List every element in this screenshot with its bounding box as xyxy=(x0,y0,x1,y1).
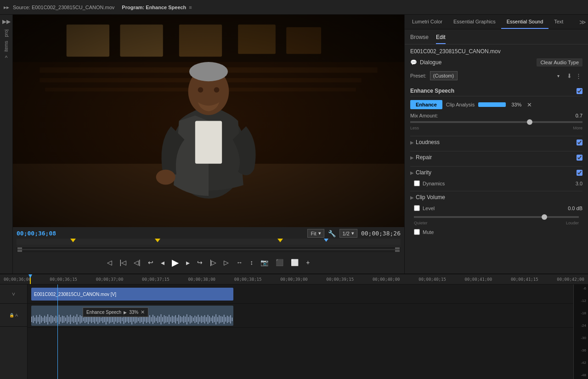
tc-4: 00;00;38;00 xyxy=(188,277,215,282)
insert-btn[interactable]: ⬛ xyxy=(274,258,285,267)
sub-tab-browse[interactable]: Browse xyxy=(410,32,429,44)
mix-amount-slider[interactable] xyxy=(410,121,582,123)
preset-select[interactable]: (Custom) xyxy=(430,71,458,80)
svg-rect-57 xyxy=(93,317,94,322)
marker-out[interactable] xyxy=(277,239,283,242)
svg-rect-123 xyxy=(199,317,200,322)
svg-rect-118 xyxy=(191,316,192,323)
zoom-ratio[interactable]: 1/2 ▾ xyxy=(339,229,357,238)
marker-bar xyxy=(17,239,401,245)
tc-10: 00;00;41;00 xyxy=(465,277,492,282)
video-controls: 00;00;36;08 Fit ▾ 🔧 1/2 ▾ 00;00;38;26 xyxy=(13,227,404,273)
tab-essential-sound[interactable]: Essential Sound xyxy=(501,15,549,29)
collapse-icon[interactable]: ▶▶ xyxy=(2,18,11,25)
marker-mid[interactable] xyxy=(155,239,160,242)
analysis-clear-icon[interactable]: ✕ xyxy=(527,101,532,108)
tab-lumetri-color[interactable]: Lumetri Color xyxy=(407,15,448,29)
camera-btn[interactable]: 📷 xyxy=(259,258,270,267)
clarity-header[interactable]: ▶ Clarity xyxy=(410,166,582,178)
dynamics-value: 3.0 xyxy=(576,181,582,186)
svg-rect-120 xyxy=(195,316,196,323)
ruler-timecodes: 00;00;36;00 00;00;36;15 00;00;37;00 00;0… xyxy=(0,277,588,282)
svg-rect-62 xyxy=(101,318,102,321)
tc-1: 00;00;36;15 xyxy=(50,277,77,282)
repair-label: Repair xyxy=(416,154,432,161)
timeline-body: V 🔒 A E001C002_230815CU_CANON.mov [V] xyxy=(0,284,588,379)
ripple-trim-btn[interactable]: ↕ xyxy=(248,258,255,267)
svg-rect-66 xyxy=(107,317,108,322)
svg-rect-109 xyxy=(177,318,178,321)
loop-fwd-btn[interactable]: ↪ xyxy=(195,258,204,267)
dynamics-row: Dynamics 3.0 xyxy=(410,178,582,188)
mark-out-btn[interactable]: ▷ xyxy=(222,258,231,267)
level-text: Level xyxy=(423,206,435,211)
preset-label: Preset: xyxy=(410,73,426,78)
level-row: Level 0.0 dB xyxy=(410,203,582,213)
loop-back-btn[interactable]: ↩ xyxy=(146,258,155,267)
preset-menu-icon[interactable]: ⋮ xyxy=(575,72,582,80)
enhance-speech-badge: Enhance Speech ▶ 33% ✕ xyxy=(83,307,148,317)
items-label: items xyxy=(3,40,10,53)
next-frame-btn[interactable]: ▸ xyxy=(184,257,192,268)
clarity-checkbox[interactable] xyxy=(577,170,582,176)
clear-audio-button[interactable]: Clear Audio Type xyxy=(537,58,582,67)
svg-rect-46 xyxy=(75,317,76,322)
enhance-speech-checkbox[interactable] xyxy=(577,88,582,94)
repair-checkbox[interactable] xyxy=(577,155,582,161)
scrub-bar[interactable] xyxy=(17,246,401,252)
panel-chevron[interactable]: ^ xyxy=(5,55,8,61)
svg-rect-116 xyxy=(188,317,189,322)
play-btn[interactable]: ▶ xyxy=(170,256,181,269)
sub-tab-edit[interactable]: Edit xyxy=(436,32,446,44)
enhance-button[interactable]: Enhance xyxy=(410,100,442,109)
loudness-label: Loudness xyxy=(416,139,440,145)
loudness-header[interactable]: ▶ Loudness xyxy=(410,136,582,148)
prev-frame-btn[interactable]: ◂ xyxy=(159,257,166,268)
repair-header[interactable]: ▶ Repair xyxy=(410,151,582,163)
program-menu-icon[interactable]: ≡ xyxy=(189,5,192,10)
level-checkbox[interactable] xyxy=(414,205,420,211)
svg-rect-138 xyxy=(224,315,225,324)
step-fwd-btn[interactable]: |▷ xyxy=(208,258,219,267)
fit-dropdown[interactable]: Fit ▾ xyxy=(307,229,324,238)
dynamics-checkbox[interactable] xyxy=(414,180,420,186)
svg-rect-61 xyxy=(99,316,100,323)
svg-rect-101 xyxy=(164,315,165,323)
total-timecode: 00;00;38;26 xyxy=(361,230,401,237)
svg-rect-139 xyxy=(225,317,226,322)
tc-3: 00;00;37;15 xyxy=(142,277,170,282)
overwrite-btn[interactable]: ⬜ xyxy=(289,258,300,267)
loudness-checkbox[interactable] xyxy=(577,139,582,145)
dialogue-row: 💬 Dialogue Clear Audio Type xyxy=(410,58,582,67)
preset-download-icon[interactable]: ⬇ xyxy=(566,72,573,80)
tc-11: 00;00;41;15 xyxy=(511,277,538,282)
trim-back-btn[interactable]: ◁| xyxy=(132,258,142,267)
mark-in-btn[interactable]: ◁ xyxy=(105,258,114,267)
video-clip[interactable]: E001C002_230815CU_CANON.mov [V] xyxy=(31,288,233,301)
playhead-current[interactable] xyxy=(324,239,328,242)
mute-checkbox[interactable] xyxy=(414,229,420,235)
enhance-badge-close-icon[interactable]: ✕ xyxy=(141,309,145,315)
marker-in[interactable] xyxy=(70,239,76,242)
svg-rect-112 xyxy=(181,317,182,322)
current-timecode: 00;00;36;08 xyxy=(17,230,56,237)
step-back-btn[interactable]: |◁ xyxy=(118,258,128,267)
audio-track-label-area: 🔒 A xyxy=(0,304,27,327)
add-btn[interactable]: + xyxy=(304,258,311,267)
svg-rect-44 xyxy=(72,317,73,322)
tab-text[interactable]: Text xyxy=(548,15,569,29)
mix-less-label: Less xyxy=(410,126,419,130)
clip-volume-header[interactable]: ▶ Clip Volume xyxy=(410,191,582,203)
volume-slider[interactable] xyxy=(414,216,579,218)
tab-essential-graphics[interactable]: Essential Graphics xyxy=(448,15,501,29)
svg-rect-85 xyxy=(138,318,139,321)
expand-icon[interactable]: ▸▸ xyxy=(4,4,9,11)
svg-rect-27 xyxy=(44,316,45,323)
svg-rect-38 xyxy=(62,316,63,323)
panel-expand-icon[interactable]: ≫ xyxy=(579,18,586,26)
svg-rect-93 xyxy=(151,317,152,322)
settings-icon[interactable]: 🔧 xyxy=(328,230,336,237)
svg-rect-97 xyxy=(158,316,158,323)
fit-to-fill-btn[interactable]: ↔ xyxy=(234,258,244,267)
playback-controls: ◁ |◁ ◁| ↩ ◂ ▶ ▸ ↪ |▷ ▷ ↔ ↕ 📷 ⬛ ⬜ + xyxy=(17,253,401,272)
